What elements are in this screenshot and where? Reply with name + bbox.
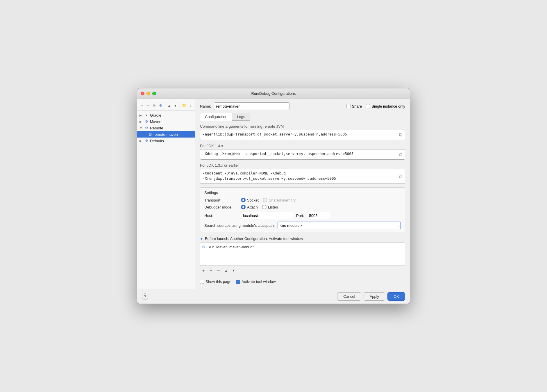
- sidebar-item-remote-maven[interactable]: 🖥 remote-maven: [137, 131, 195, 138]
- sidebar-item-defaults[interactable]: ▶ ⚙ Defaults: [137, 138, 195, 144]
- jdk14-wrapper: -Xdebug -Xrunjdwp:transport=dt_socket,se…: [200, 149, 405, 160]
- before-launch-edit-button[interactable]: ✏: [215, 267, 222, 274]
- before-launch-up-button[interactable]: ▲: [223, 267, 230, 274]
- before-launch-add-button[interactable]: +: [200, 267, 207, 274]
- main-content: + − ⎘ ⚙ ▲ ▼ 📁 ↕ ▶ ● Gradle: [137, 99, 410, 289]
- right-options: Share Single instance only: [346, 104, 405, 108]
- maximize-button[interactable]: [152, 92, 156, 95]
- socket-option[interactable]: Socket: [241, 198, 259, 202]
- settings-box: Settings Transport: Socket Shared memory: [200, 187, 405, 232]
- listen-label: Listen: [268, 205, 278, 209]
- settings-button[interactable]: ⚙: [158, 102, 163, 109]
- minimize-button[interactable]: [146, 92, 150, 95]
- name-label: Name:: [200, 104, 211, 108]
- single-instance-checkbox[interactable]: [366, 104, 370, 108]
- remove-button[interactable]: −: [146, 102, 151, 109]
- window-controls: [141, 92, 156, 95]
- dialog: Run/Debug Configurations + − ⎘ ⚙ ▲ ▼ 📁 ↕: [137, 88, 410, 304]
- add-button[interactable]: +: [140, 102, 144, 109]
- copy-jvm-args-button[interactable]: ⧉: [396, 131, 404, 139]
- ok-button[interactable]: OK: [387, 292, 405, 301]
- sidebar-item-remote[interactable]: ▼ ⚙ Remote: [137, 125, 195, 131]
- jdk14-field[interactable]: -Xdebug -Xrunjdwp:transport=dt_socket,se…: [200, 149, 405, 160]
- sidebar-label-remote-maven: remote-maven: [153, 132, 178, 137]
- maven-icon: ⚙: [144, 119, 149, 124]
- host-input[interactable]: [241, 212, 293, 219]
- remote-maven-icon: 🖥: [148, 132, 152, 137]
- cancel-button[interactable]: Cancel: [337, 292, 361, 301]
- window-title: Run/Debug Configurations: [251, 91, 296, 96]
- name-input[interactable]: [214, 102, 289, 110]
- tab-logs[interactable]: Logs: [232, 113, 250, 121]
- sidebar-label-defaults: Defaults: [150, 139, 164, 143]
- listen-radio[interactable]: [262, 205, 267, 209]
- toolbar-divider-1: [165, 103, 165, 108]
- activate-window-checkbox[interactable]: ✓: [236, 280, 240, 284]
- share-label: Share: [352, 104, 362, 108]
- before-launch-list: ⚙ Run 'Maven 'maven-debug'': [200, 243, 405, 266]
- bottom-options: Show this page ✓ Activate tool window: [200, 278, 405, 286]
- before-launch-header[interactable]: ▼ Before launch: Another Configuration, …: [200, 236, 405, 241]
- host-port-inputs: Port:: [241, 212, 330, 219]
- socket-label: Socket: [247, 198, 259, 202]
- arrow-maven: ▶: [140, 120, 143, 123]
- shared-memory-label: Shared memory: [269, 198, 296, 202]
- sidebar: + − ⎘ ⚙ ▲ ▼ 📁 ↕ ▶ ● Gradle: [137, 99, 195, 289]
- folder-button[interactable]: 📁: [182, 102, 187, 109]
- toolbar-divider-2: [180, 103, 180, 108]
- before-launch-item-label: Run 'Maven 'maven-debug'': [208, 245, 254, 249]
- help-button[interactable]: ?: [142, 293, 148, 300]
- before-launch-arrow-icon: ▼: [200, 237, 203, 240]
- attach-option[interactable]: Attach: [241, 205, 258, 209]
- attach-radio[interactable]: [241, 205, 246, 209]
- show-page-checkbox[interactable]: [200, 280, 204, 284]
- copy-button[interactable]: ⎘: [152, 102, 157, 109]
- share-option[interactable]: Share: [346, 104, 362, 108]
- single-instance-option[interactable]: Single instance only: [366, 104, 405, 108]
- before-launch-down-button[interactable]: ▼: [230, 267, 237, 274]
- shared-memory-option[interactable]: Shared memory: [263, 198, 296, 202]
- arrow-defaults: ▶: [140, 139, 143, 142]
- module-label: Search sources using module's classpath:: [204, 223, 275, 228]
- footer-right: Cancel Apply OK: [337, 292, 405, 301]
- gradle-icon: ●: [144, 113, 149, 117]
- jvm-args-field[interactable]: -agentlib:jdwp=transport=dt_socket,serve…: [200, 130, 405, 140]
- shared-memory-radio[interactable]: [263, 198, 267, 202]
- show-page-option[interactable]: Show this page: [200, 279, 231, 284]
- share-checkbox[interactable]: [346, 104, 351, 108]
- copy-jdk14-button[interactable]: ⧉: [396, 151, 404, 158]
- sidebar-toolbar: + − ⎘ ⚙ ▲ ▼ 📁 ↕: [137, 101, 195, 111]
- tabs: Configuration Logs: [200, 113, 405, 121]
- module-select-wrapper: <no module> ⌄: [278, 222, 401, 229]
- sort-button[interactable]: ↕: [188, 102, 193, 109]
- sidebar-label-gradle: Gradle: [150, 113, 161, 117]
- transport-radio-group: Socket Shared memory: [241, 198, 296, 202]
- before-launch-section: ▼ Before launch: Another Configuration, …: [200, 236, 405, 275]
- attach-label: Attach: [247, 205, 258, 209]
- transport-row: Transport: Socket Shared memory: [204, 198, 401, 202]
- module-row: Search sources using module's classpath:…: [204, 222, 401, 229]
- activate-window-option[interactable]: ✓ Activate tool window: [236, 279, 276, 284]
- sidebar-item-gradle[interactable]: ▶ ● Gradle: [137, 112, 195, 118]
- copy-jdk13-button[interactable]: ⧉: [396, 173, 404, 180]
- move-up-button[interactable]: ▲: [167, 102, 172, 109]
- debugger-radio-group: Attach Listen: [241, 205, 278, 209]
- listen-option[interactable]: Listen: [262, 205, 278, 209]
- footer: ? Cancel Apply OK: [137, 289, 410, 304]
- settings-title: Settings: [204, 190, 401, 195]
- apply-button[interactable]: Apply: [364, 292, 385, 301]
- title-bar: Run/Debug Configurations: [137, 88, 410, 99]
- module-select[interactable]: <no module>: [278, 222, 401, 229]
- tab-configuration[interactable]: Configuration: [200, 113, 232, 121]
- activate-window-label: Activate tool window: [242, 279, 276, 284]
- close-button[interactable]: [141, 92, 144, 95]
- sidebar-item-maven[interactable]: ▶ ⚙ Maven: [137, 118, 195, 125]
- before-launch-remove-button[interactable]: −: [208, 267, 214, 274]
- before-launch-title: Before launch: Another Configuration, Ac…: [205, 236, 303, 241]
- port-input[interactable]: [307, 212, 330, 219]
- right-panel: Name: Share Single instance only Configu…: [195, 99, 410, 289]
- socket-radio[interactable]: [241, 198, 246, 202]
- move-down-button[interactable]: ▼: [173, 102, 178, 109]
- jdk13-field[interactable]: -Xnoagent -Djava.compiler=NONE -Xdebug -…: [200, 169, 405, 184]
- defaults-icon: ⚙: [144, 138, 149, 143]
